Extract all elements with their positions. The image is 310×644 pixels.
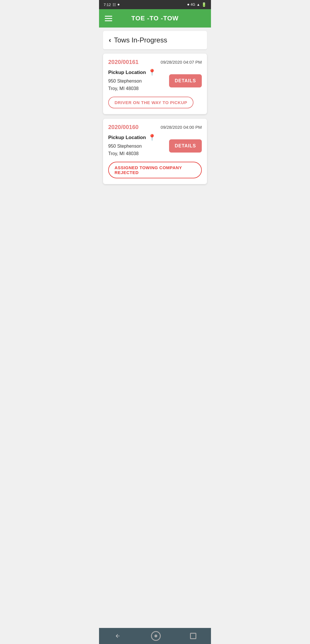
tow-id-1: 2020/00161 <box>108 59 139 65</box>
hamburger-line-3 <box>105 20 112 21</box>
status-badge-1[interactable]: DRIVER ON THE WAY TO PICKUP <box>108 97 193 108</box>
signal-bars-icon: ▲ <box>197 3 200 7</box>
tow-date-1: 09/28/2020 04:07 PM <box>161 60 202 65</box>
notification-dot <box>118 4 119 5</box>
address-line1-2: 950 Stephenson <box>108 143 166 150</box>
pickup-label-1: Pickup Location <box>108 70 146 75</box>
app-bar: TOE -TO -TOW <box>99 9 211 28</box>
address-line1-1: 950 Stephenson <box>108 77 166 85</box>
card-2-body: Pickup Location 📍 950 Stephenson Troy, M… <box>108 134 202 157</box>
status-badge-2[interactable]: ASSIGNED TOWING COMPANY REJECTED <box>108 162 202 178</box>
status-bar: 7:12 ☷ 4G ▲ 🔋 <box>99 0 211 9</box>
tow-card-2: 2020/00160 09/28/2020 04:00 PM Pickup Lo… <box>103 119 207 184</box>
signal-dot <box>187 4 189 5</box>
network-type: 4G <box>191 3 195 7</box>
card-1-header: 2020/00161 09/28/2020 04:07 PM <box>108 59 202 65</box>
address-line2-1: Troy, MI 48038 <box>108 85 166 92</box>
card-1-body: Pickup Location 📍 950 Stephenson Troy, M… <box>108 69 202 92</box>
time-display: 7:12 <box>104 3 111 7</box>
page-title: Tows In-Progress <box>114 36 167 44</box>
status-left: 7:12 ☷ <box>104 3 119 7</box>
page-header: ‹ Tows In-Progress <box>103 31 207 50</box>
menu-button[interactable] <box>105 16 112 21</box>
pin-icon-1: 📍 <box>148 69 156 76</box>
tow-id-2: 2020/00160 <box>108 124 139 130</box>
pickup-label-2: Pickup Location <box>108 135 146 140</box>
back-button[interactable]: ‹ <box>109 36 111 44</box>
location-section-2: Pickup Location 📍 950 Stephenson Troy, M… <box>108 134 166 157</box>
pin-icon-2: 📍 <box>148 134 156 141</box>
hamburger-line-1 <box>105 16 112 17</box>
sim-icon: ☷ <box>113 3 116 7</box>
details-button-2[interactable]: DETAILS <box>169 139 202 153</box>
tow-card-1: 2020/00161 09/28/2020 04:07 PM Pickup Lo… <box>103 54 207 114</box>
app-title: TOE -TO -TOW <box>131 15 179 22</box>
main-content: ‹ Tows In-Progress 2020/00161 09/28/2020… <box>99 31 211 205</box>
tow-date-2: 09/28/2020 04:00 PM <box>161 125 202 130</box>
battery-icon: 🔋 <box>202 2 206 7</box>
pickup-label-row-1: Pickup Location 📍 <box>108 69 166 76</box>
location-section-1: Pickup Location 📍 950 Stephenson Troy, M… <box>108 69 166 92</box>
address-line2-2: Troy, MI 48038 <box>108 150 166 157</box>
card-2-header: 2020/00160 09/28/2020 04:00 PM <box>108 124 202 130</box>
status-right: 4G ▲ 🔋 <box>187 2 206 7</box>
pickup-label-row-2: Pickup Location 📍 <box>108 134 166 141</box>
tow-cards-container: 2020/00161 09/28/2020 04:07 PM Pickup Lo… <box>99 54 211 184</box>
hamburger-line-2 <box>105 18 112 19</box>
details-button-1[interactable]: DETAILS <box>169 74 202 87</box>
